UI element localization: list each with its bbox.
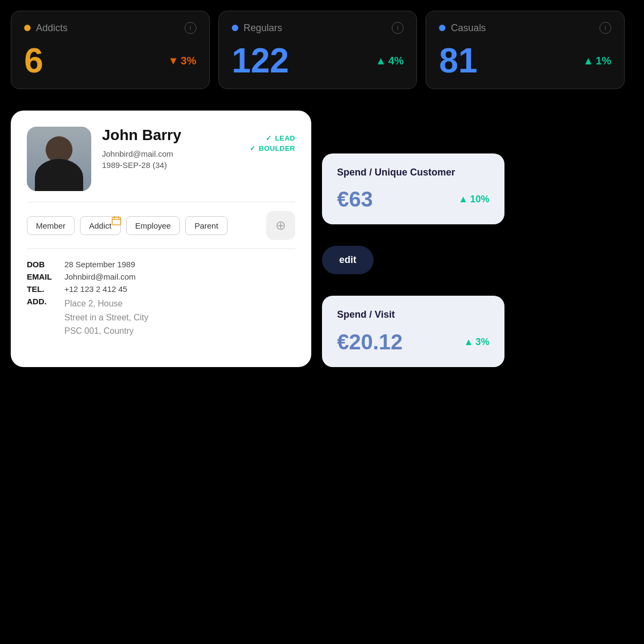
tag-member[interactable]: Member: [27, 216, 75, 235]
contact-address-row: ADD. Place 2, House Street in a Street, …: [27, 297, 295, 338]
tag-employee[interactable]: Employee: [126, 216, 180, 235]
metric-card-spend-unique: Spend / Unique Customer €63 ▲ 10%: [322, 153, 504, 224]
address-label: ADD.: [27, 297, 64, 338]
badge-lead: ✓ LEAD: [266, 134, 295, 142]
metric-change-spend-unique: ▲ 10%: [458, 194, 489, 205]
addicts-change: ▼ 3%: [168, 55, 196, 67]
contact-email-row: EMAIL Johnbird@mail.com: [27, 272, 295, 281]
addicts-label: Addicts: [36, 23, 68, 34]
regulars-dot: [232, 25, 238, 31]
address-value: Place 2, House Street in a Street, City …: [64, 297, 295, 338]
contact-dob-row: DOB 28 September 1989: [27, 260, 295, 269]
casuals-label: Casuals: [451, 23, 486, 34]
contact-tel-row: TEL. +12 123 2 412 45: [27, 284, 295, 294]
dob-value: 28 September 1989: [64, 260, 295, 269]
badge-lead-label: LEAD: [275, 134, 295, 142]
profile-email: Johnbird@mail.com: [102, 149, 239, 158]
check-icon-lead: ✓: [266, 134, 272, 142]
contact-section: DOB 28 September 1989 EMAIL Johnbird@mai…: [27, 260, 295, 338]
profile-name: John Barry: [102, 127, 239, 144]
divider-2: [27, 248, 295, 249]
stat-card-casuals: Casuals i 81 ▲ 1%: [426, 11, 625, 89]
main-content: John Barry Johnbird@mail.com 1989-SEP-28…: [0, 100, 644, 378]
up-arrow-spend-visit: ▲: [464, 336, 473, 348]
casuals-change: ▲ 1%: [583, 55, 611, 67]
svg-rect-0: [112, 217, 121, 225]
regulars-number: 122: [232, 43, 289, 78]
tags-row: Member Addict Employee Parent: [27, 216, 228, 235]
email-value: Johnbird@mail.com: [64, 272, 295, 281]
add-tag-button[interactable]: ⊕: [266, 211, 295, 240]
regulars-arrow-icon: ▲: [376, 55, 386, 67]
metric-values-spend-visit: €20.12 ▲ 3%: [337, 330, 489, 354]
regulars-info-icon[interactable]: i: [392, 22, 404, 34]
metric-amount-spend-unique: €63: [337, 187, 373, 211]
casuals-info-icon[interactable]: i: [599, 22, 611, 34]
casuals-arrow-icon: ▲: [583, 55, 594, 67]
tags-section: Member Addict Employee Parent ⊕: [27, 211, 295, 240]
tag-addict[interactable]: Addict: [80, 216, 121, 235]
metric-title-spend-visit: Spend / Visit: [337, 309, 489, 321]
addicts-dot: [24, 25, 31, 31]
profile-dob: 1989-SEP-28 (34): [102, 160, 239, 170]
avatar: [27, 127, 91, 191]
metric-amount-spend-visit: €20.12: [337, 330, 402, 354]
regulars-change: ▲ 4%: [376, 55, 404, 67]
check-icon-boulder: ✓: [250, 144, 256, 152]
dob-label: DOB: [27, 260, 64, 269]
divider-1: [27, 202, 295, 202]
stats-row: Addicts i 6 ▼ 3% Regulars i 122 ▲ 4%: [0, 0, 644, 89]
metric-title-spend-unique: Spend / Unique Customer: [337, 166, 489, 179]
edit-button[interactable]: edit: [322, 246, 374, 274]
profile-badges: ✓ LEAD ✓ BOULDER: [250, 134, 295, 152]
badge-boulder: ✓ BOULDER: [250, 144, 295, 152]
tag-parent[interactable]: Parent: [185, 216, 227, 235]
metric-card-spend-visit: Spend / Visit €20.12 ▲ 3%: [322, 296, 504, 367]
casuals-number: 81: [439, 43, 477, 78]
profile-header: John Barry Johnbird@mail.com 1989-SEP-28…: [27, 127, 295, 191]
tel-value: +12 123 2 412 45: [64, 284, 295, 294]
addicts-info-icon[interactable]: i: [185, 22, 196, 34]
regulars-label: Regulars: [244, 23, 282, 34]
badge-boulder-label: BOULDER: [259, 144, 295, 152]
up-arrow-spend-unique: ▲: [458, 194, 468, 205]
metric-change-spend-visit: ▲ 3%: [464, 336, 489, 348]
profile-info: John Barry Johnbird@mail.com 1989-SEP-28…: [102, 127, 239, 170]
email-label: EMAIL: [27, 272, 64, 281]
stat-card-regulars: Regulars i 122 ▲ 4%: [218, 11, 418, 89]
metric-values-spend-unique: €63 ▲ 10%: [337, 187, 489, 211]
addicts-arrow-icon: ▼: [168, 55, 179, 67]
profile-card: John Barry Johnbird@mail.com 1989-SEP-28…: [11, 111, 311, 367]
addicts-number: 6: [24, 43, 43, 78]
casuals-dot: [439, 25, 445, 31]
tel-label: TEL.: [27, 284, 64, 294]
right-panel: Spend / Unique Customer €63 ▲ 10% edit S…: [322, 111, 633, 367]
stat-card-addicts: Addicts i 6 ▼ 3%: [11, 11, 210, 89]
plus-icon: ⊕: [275, 218, 286, 233]
calendar-icon: [112, 216, 121, 225]
